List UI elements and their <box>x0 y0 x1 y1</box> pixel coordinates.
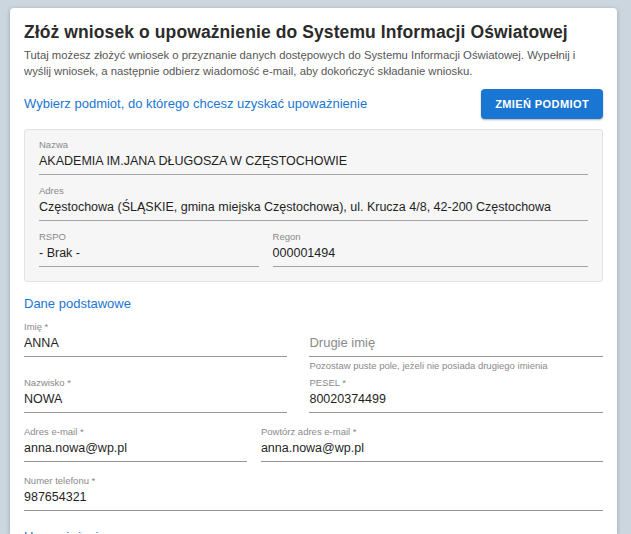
field-regon-label: Regon <box>273 231 588 242</box>
pesel-input[interactable] <box>309 390 603 413</box>
field-telefon-label: Numer telefonu * <box>24 475 603 486</box>
field-rspo: RSPO - Brak - <box>39 231 259 267</box>
nazwisko-input[interactable] <box>24 390 287 413</box>
imie-input[interactable] <box>24 334 287 357</box>
field-drugie-imie: Pozostaw puste pole, jeżeli nie posiada … <box>309 321 603 371</box>
field-email-repeat: Powtórz adres e-mail * <box>261 426 603 462</box>
field-adres-value: Częstochowa (ŚLĄSKIE, gmina miejska Częs… <box>39 198 588 221</box>
email-row: Adres e-mail * Powtórz adres e-mail * <box>24 426 603 462</box>
field-pesel: PESEL * <box>309 377 603 413</box>
field-imie-label: Imię * <box>24 321 287 332</box>
field-nazwa: Nazwa AKADEMIA IM.JANA DŁUGOSZA W CZĘSTO… <box>39 139 588 175</box>
authorizations-heading: Upoważnienia <box>24 529 603 534</box>
form-card: Złóż wniosek o upoważnienie do Systemu I… <box>10 8 617 534</box>
field-email: Adres e-mail * <box>24 426 247 462</box>
subject-details-panel: Nazwa AKADEMIA IM.JANA DŁUGOSZA W CZĘSTO… <box>24 129 603 282</box>
page-subtitle: Tutaj możesz złożyć wniosek o przyznanie… <box>24 48 599 80</box>
field-adres-label: Adres <box>39 185 588 196</box>
surname-pesel-row: Nazwisko * PESEL * <box>24 377 603 413</box>
field-rspo-label: RSPO <box>39 231 259 242</box>
field-nazwa-value: AKADEMIA IM.JANA DŁUGOSZA W CZĘSTOCHOWIE <box>39 152 588 175</box>
email-input[interactable] <box>24 439 247 462</box>
telefon-input[interactable] <box>24 488 603 511</box>
drugie-imie-helper: Pozostaw puste pole, jeżeli nie posiada … <box>309 360 603 371</box>
field-regon: Regon 000001494 <box>273 231 588 267</box>
field-nazwisko-label: Nazwisko * <box>24 377 287 388</box>
email-repeat-input[interactable] <box>261 439 603 462</box>
field-imie: Imię * <box>24 321 287 371</box>
change-subject-button[interactable]: ZMIEŃ PODMIOT <box>481 89 603 119</box>
field-rspo-value: - Brak - <box>39 244 259 267</box>
subject-section-heading: Wybierz podmiot, do którego chcesz uzysk… <box>24 96 367 111</box>
field-nazwisko: Nazwisko * <box>24 377 287 413</box>
field-pesel-label: PESEL * <box>309 377 603 388</box>
basic-data-heading: Dane podstawowe <box>24 296 603 311</box>
page-title: Złóż wniosek o upoważnienie do Systemu I… <box>24 22 603 43</box>
field-adres: Adres Częstochowa (ŚLĄSKIE, gmina miejsk… <box>39 185 588 221</box>
field-email-label: Adres e-mail * <box>24 426 247 437</box>
field-regon-value: 000001494 <box>273 244 588 267</box>
field-email-repeat-label: Powtórz adres e-mail * <box>261 426 603 437</box>
subject-section-header: Wybierz podmiot, do którego chcesz uzysk… <box>24 89 603 119</box>
field-nazwa-label: Nazwa <box>39 139 588 150</box>
rspo-regon-row: RSPO - Brak - Regon 000001494 <box>39 231 588 267</box>
drugie-imie-input[interactable] <box>309 334 603 357</box>
name-row: Imię * Pozostaw puste pole, jeżeli nie p… <box>24 321 603 371</box>
field-telefon: Numer telefonu * <box>24 475 603 511</box>
